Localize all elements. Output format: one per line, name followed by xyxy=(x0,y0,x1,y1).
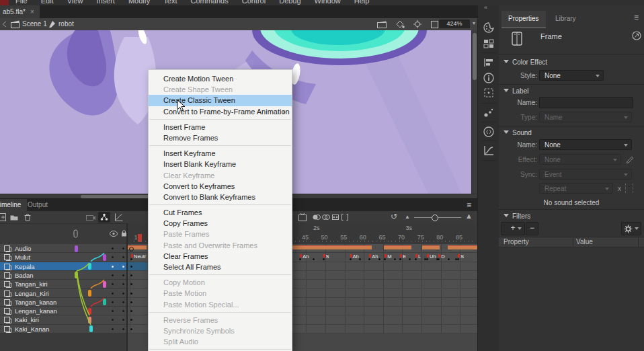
context-menu-item-synchronize-symbols[interactable]: Synchronize Symbols xyxy=(149,325,292,336)
scrollbar-thumb[interactable] xyxy=(473,33,477,80)
context-menu-item-paste-frames[interactable]: Paste Frames xyxy=(149,229,292,239)
edit-sound-pencil-icon[interactable] xyxy=(625,154,635,163)
context-menu-item-select-all-frames[interactable]: Select All Frames xyxy=(149,262,292,272)
context-menu-item-paste-motion[interactable]: Paste Motion xyxy=(149,288,292,299)
zoom-caret-icon[interactable]: ▾ xyxy=(473,20,475,26)
help-link-icon[interactable] xyxy=(632,31,641,40)
menu-edit[interactable]: Edit xyxy=(34,0,61,5)
section-label[interactable]: Label xyxy=(499,87,644,97)
add-filter-button[interactable]: + xyxy=(501,222,525,235)
marker-range-icon[interactable] xyxy=(340,212,350,222)
tab-output[interactable]: Output xyxy=(22,199,54,211)
section-color-effect[interactable]: Color Effect xyxy=(499,58,644,68)
stage-vertical-scrollbar[interactable] xyxy=(471,30,477,194)
zoom-level-select[interactable]: 424% xyxy=(439,20,470,28)
section-collapse-icon[interactable] xyxy=(504,60,509,63)
info-icon[interactable] xyxy=(483,72,495,84)
properties-panel-menu-icon[interactable]: ≡ xyxy=(634,13,639,22)
timeline-panel-menu-icon[interactable]: ≡ xyxy=(467,200,471,210)
camera-preview-icon[interactable] xyxy=(377,21,387,28)
menu-file[interactable]: File xyxy=(9,0,34,5)
context-menu-item-convert-to-keyframes[interactable]: Convert to Keyframes xyxy=(149,181,292,192)
menu-debug[interactable]: Debug xyxy=(272,0,307,5)
filter-options-button[interactable] xyxy=(621,222,641,235)
swatches-icon[interactable] xyxy=(483,38,495,50)
context-menu-item-convert-to-frame-by-frame-animation[interactable]: Convert to Frame-by-Frame Animation› xyxy=(149,106,292,117)
fill-stage-icon[interactable] xyxy=(396,21,405,28)
context-menu-item-create-classic-tween[interactable]: Create Classic Tween xyxy=(149,95,292,106)
tab-library[interactable]: Library xyxy=(549,11,583,27)
layer-parenting-toggle[interactable] xyxy=(98,212,110,223)
motion-graph-icon[interactable] xyxy=(114,212,124,222)
clip-content-icon[interactable] xyxy=(431,21,438,28)
label-type-select[interactable]: Name xyxy=(539,112,632,122)
menu-commands[interactable]: Commands xyxy=(184,0,235,5)
section-sound[interactable]: Sound xyxy=(499,128,644,139)
context-menu-item-paste-and-overwrite-frames[interactable]: Paste and Overwrite Frames xyxy=(149,240,292,251)
context-menu-item-copy-motion[interactable]: Copy Motion xyxy=(149,277,292,288)
eye-visibility-icon[interactable] xyxy=(110,231,118,237)
frame-size-slider-knob[interactable] xyxy=(432,214,438,221)
edit-multiple-frames-icon[interactable] xyxy=(331,212,340,222)
context-menu-item-create-motion-tween[interactable]: Create Motion Tween xyxy=(149,73,292,84)
onion-skin-icon[interactable] xyxy=(312,212,321,222)
onion-outline-icon[interactable] xyxy=(321,212,331,222)
zoom-in-frames-icon[interactable]: ▲ xyxy=(465,211,473,221)
tab-properties[interactable]: Properties xyxy=(501,11,546,28)
context-menu-item-clear-frames[interactable]: Clear Frames xyxy=(149,251,292,262)
close-tab-icon[interactable]: × xyxy=(30,8,34,15)
context-menu-item-reverse-frames[interactable]: Reverse Frames xyxy=(149,315,292,325)
camera-icon[interactable] xyxy=(86,212,95,222)
section-collapse-icon[interactable] xyxy=(504,89,509,92)
context-menu-item-split-audio[interactable]: Split Audio xyxy=(149,336,292,347)
context-menu-item-create-shape-tween[interactable]: Create Shape Tween xyxy=(149,84,292,95)
section-collapse-icon[interactable] xyxy=(504,214,509,217)
brush-library-icon[interactable] xyxy=(483,107,495,119)
sound-name-select[interactable]: None xyxy=(539,139,632,150)
delete-layer-icon[interactable] xyxy=(23,212,32,222)
remove-filter-button[interactable]: − xyxy=(526,222,538,235)
sound-sync-select[interactable]: Event xyxy=(539,169,632,180)
new-folder-icon[interactable] xyxy=(9,212,19,222)
transform-icon[interactable] xyxy=(483,87,495,99)
menu-modify[interactable]: Modify xyxy=(122,0,157,5)
menu-control[interactable]: Control xyxy=(235,0,272,5)
document-tab[interactable]: ab5.fla*× xyxy=(0,5,40,18)
context-menu-item-convert-to-blank-keyframes[interactable]: Convert to Blank Keyframes xyxy=(149,192,292,202)
center-stage-icon[interactable] xyxy=(413,20,421,28)
menu-view[interactable]: View xyxy=(61,0,90,5)
context-menu-item-paste-motion-special[interactable]: Paste Motion Special... xyxy=(149,299,292,310)
context-menu-item-remove-frames[interactable]: Remove Frames xyxy=(149,132,292,143)
context-menu-item-insert-blank-keyframe[interactable]: Insert Blank Keyframe xyxy=(149,159,292,169)
color-palette-icon[interactable] xyxy=(483,22,495,34)
back-chevron-icon[interactable] xyxy=(2,22,7,27)
breadcrumb-scene[interactable]: Scene 1 xyxy=(22,18,47,30)
label-name-input[interactable] xyxy=(539,97,633,108)
repeat-count-stepper[interactable] xyxy=(625,184,633,193)
section-collapse-icon[interactable] xyxy=(504,130,509,134)
menu-help[interactable]: Help xyxy=(348,0,376,5)
menu-separator xyxy=(149,349,291,350)
cc-libraries-icon[interactable] xyxy=(483,126,495,138)
breadcrumb-symbol[interactable]: robot xyxy=(58,18,74,30)
center-frame-icon[interactable] xyxy=(298,212,307,222)
context-menu-item-clear-keyframe[interactable]: Clear Keyframe xyxy=(149,170,292,181)
context-menu-item-insert-frame[interactable]: Insert Frame xyxy=(149,122,292,132)
menu-text[interactable]: Text xyxy=(157,0,184,5)
context-menu-item-copy-frames[interactable]: Copy Frames xyxy=(149,218,292,229)
new-layer-icon[interactable] xyxy=(0,212,7,222)
context-menu-item-cut-frames[interactable]: Cut Frames xyxy=(149,207,292,218)
align-icon[interactable] xyxy=(483,56,495,69)
sound-repeat-select[interactable]: Repeat xyxy=(539,183,613,194)
zoom-out-frames-icon[interactable]: ▲ xyxy=(405,212,410,222)
section-filters[interactable]: Filters xyxy=(499,212,644,222)
menu-insert[interactable]: Insert xyxy=(89,0,122,5)
style-select[interactable]: None xyxy=(539,70,604,81)
loop-icon[interactable]: ↺ xyxy=(391,212,397,221)
app-logo-icon[interactable] xyxy=(0,0,9,5)
collapse-panels-icon[interactable]: « xyxy=(484,4,487,11)
motion-editor-icon[interactable] xyxy=(483,145,495,157)
sound-effect-select[interactable]: None xyxy=(539,154,621,165)
menu-window[interactable]: Window xyxy=(308,0,348,5)
context-menu-item-insert-keyframe[interactable]: Insert Keyframe xyxy=(149,148,292,159)
